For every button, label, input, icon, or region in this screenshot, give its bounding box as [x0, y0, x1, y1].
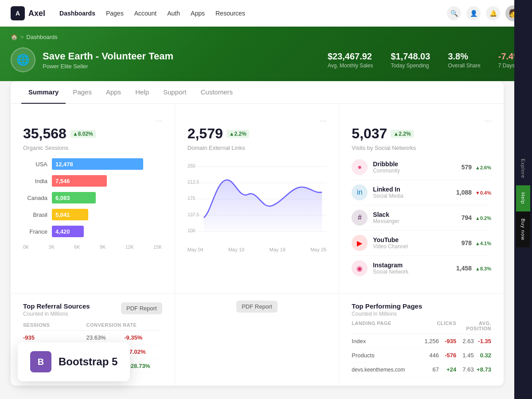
svg-text:100: 100: [188, 228, 196, 233]
hero-title: Save Earth - Volunteer Team: [43, 51, 321, 62]
social-row: in Linked In Social Media 1,088 ▼0.4%: [352, 180, 491, 205]
nav-apps[interactable]: Apps: [191, 8, 205, 19]
notifications-button[interactable]: 👤: [466, 6, 481, 20]
social-row: ◉ Instagram Social Network 1,458 ▲8.3%: [352, 256, 491, 281]
social-list: ● Dribbble Community 579 ▲2.6% in Linked…: [352, 151, 491, 284]
top-pages-sub: Counted in Millions: [352, 311, 491, 317]
stat-monthly-sales: $23,467.92 Avg. Monthly Sales: [328, 51, 373, 69]
table-row: Products 446 -576 1.45 0.32: [352, 348, 491, 363]
bar-row: Brasil 5,041: [23, 209, 162, 220]
tab-customers[interactable]: Customers: [194, 81, 240, 104]
svg-text:137.5: 137.5: [188, 212, 199, 217]
nav-account[interactable]: Account: [134, 8, 157, 19]
bar-row: India 7,546: [23, 175, 162, 187]
bar-row: Canada 6,083: [23, 192, 162, 203]
tab-summary[interactable]: Summary: [21, 81, 66, 104]
social-row: ● Dribbble Community 579 ▲2.6%: [352, 155, 491, 180]
table-row: devs.keenthemes.com 67 +24 7.63 +8.73: [352, 363, 491, 377]
metrics-grid: ··· 35,568 ▲8.02% Organic Sessions USA 1…: [11, 104, 504, 293]
hero-subtitle: Power Elite Seller: [43, 63, 321, 70]
brand-name: Axel: [28, 9, 45, 18]
metric-domain-links: ··· 2,579 ▲2.2% Domain External Links: [175, 104, 340, 293]
referral-header: SESSIONS CONVERSION RATE: [23, 322, 162, 331]
metric3-label: Visits by Social Networks: [352, 145, 491, 151]
hero-stats: $23,467.92 Avg. Monthly Sales $1,748.03 …: [328, 51, 521, 69]
hero-content: 🌐 Save Earth - Volunteer Team Power Elit…: [11, 47, 521, 81]
tabs-bar: Summary Pages Apps Help Support Customer…: [11, 81, 504, 104]
nav-pages[interactable]: Pages: [106, 8, 124, 19]
top-pages-title: Top Performing Pages: [352, 302, 491, 310]
metric2-label: Domain External Links: [188, 145, 327, 151]
explore-tab[interactable]: Explore: [516, 152, 530, 185]
stat-label-share: Overall Share: [448, 63, 480, 69]
chart-x-labels: May 04 May 10 May 18 May 26: [188, 245, 327, 252]
referral-pdf-btn[interactable]: PDF Report: [121, 302, 162, 314]
metric2-badge: ▲2.2%: [227, 130, 249, 138]
tab-pages[interactable]: Pages: [66, 81, 99, 104]
search-button[interactable]: 🔍: [447, 6, 461, 20]
line-chart-svg: 250 212.5 175 137.5 100: [188, 155, 327, 243]
metric-organic-sessions: ··· 35,568 ▲8.02% Organic Sessions USA 1…: [11, 104, 175, 293]
breadcrumb: 🏠 > Dashboards: [11, 34, 521, 40]
social-row: ▶ YouTube Video Channel 978 ▲4.1%: [352, 231, 491, 256]
tab-help[interactable]: Help: [128, 81, 156, 104]
svg-text:212.5: 212.5: [188, 180, 199, 184]
stat-value-spending: $1,748.03: [391, 51, 430, 62]
stat-label-sales: Avg. Monthly Sales: [328, 63, 373, 69]
bar-chart: USA 12,478 India 7,546 Canada 6,083 Bras…: [23, 151, 162, 253]
nav-resources[interactable]: Resources: [215, 8, 245, 19]
metric1-value: 35,568 ▲8.02%: [23, 125, 162, 142]
navbar: A Axel Dashboards Pages Account Auth App…: [0, 0, 532, 27]
bar-row: France 4,420: [23, 226, 162, 237]
metric1-badge: ▲8.02%: [70, 130, 96, 138]
nav-links: Dashboards Pages Account Auth Apps Resou…: [59, 8, 447, 19]
nav-dashboards[interactable]: Dashboards: [59, 8, 95, 19]
stat-today-spending: $1,748.03 Today Spending: [391, 51, 430, 69]
stat-label-spending: Today Spending: [391, 63, 430, 69]
brand-icon: A: [11, 6, 25, 20]
buy-now-tab[interactable]: Buy now: [516, 211, 530, 247]
stat-overall-share: 3.8% Overall Share: [448, 51, 480, 69]
metric2-value: 2,579 ▲2.2%: [188, 125, 327, 142]
tab-apps[interactable]: Apps: [99, 81, 128, 104]
top-pages-panel: Top Performing Pages Counted in Millions…: [339, 293, 504, 386]
bootstrap-title: Bootstrap 5: [59, 356, 117, 368]
brand[interactable]: A Axel: [11, 6, 45, 20]
svg-text:175: 175: [188, 196, 196, 201]
help-tab[interactable]: Help: [516, 185, 530, 211]
metric3-value: 5,037 ▲2.2%: [352, 125, 491, 142]
metric3-badge: ▲2.2%: [391, 130, 413, 138]
middle-bottom-panel: PDF Report: [175, 293, 340, 386]
metric2-more[interactable]: ···: [320, 116, 326, 125]
stat-value-sales: $23,467.92: [328, 51, 373, 62]
content-card: Summary Pages Apps Help Support Customer…: [11, 81, 504, 386]
metric1-more[interactable]: ···: [156, 116, 162, 125]
hero-logo: 🌐: [11, 47, 35, 72]
table-row: Index 1,256 -935 2.63 -1.35: [352, 334, 491, 348]
hero-banner: 🏠 > Dashboards 🌐 Save Earth - Volunteer …: [0, 27, 532, 81]
metric1-label: Organic Sessions: [23, 145, 162, 151]
line-chart: 250 212.5 175 137.5 100: [188, 151, 327, 256]
svg-text:250: 250: [188, 164, 196, 168]
hero-info: Save Earth - Volunteer Team Power Elite …: [43, 51, 321, 70]
metric3-more[interactable]: ···: [485, 116, 491, 125]
social-row: # Slack Messanger 794 ▲0.2%: [352, 205, 491, 231]
home-icon: 🏠: [11, 34, 18, 40]
settings-button[interactable]: 🔔: [486, 6, 500, 20]
bar-row: USA 12,478: [23, 158, 162, 170]
nav-auth[interactable]: Auth: [167, 8, 180, 19]
tab-support[interactable]: Support: [156, 81, 194, 104]
stat-value-share: 3.8%: [448, 51, 480, 62]
bootstrap-icon: B: [30, 351, 51, 372]
right-sidebar: Explore Help Buy now: [514, 0, 532, 396]
bootstrap-overlay: B Bootstrap 5: [18, 342, 130, 381]
metric-social: ··· 5,037 ▲2.2% Visits by Social Network…: [339, 104, 504, 293]
breadcrumb-current: Dashboards: [27, 34, 58, 40]
middle-pdf-btn[interactable]: PDF Report: [236, 301, 278, 313]
top-pages-header: LANDING PAGE CLICKS AVG. POSITION: [352, 321, 491, 334]
nav-right: 🔍 👤 🔔 🧑: [447, 5, 521, 21]
